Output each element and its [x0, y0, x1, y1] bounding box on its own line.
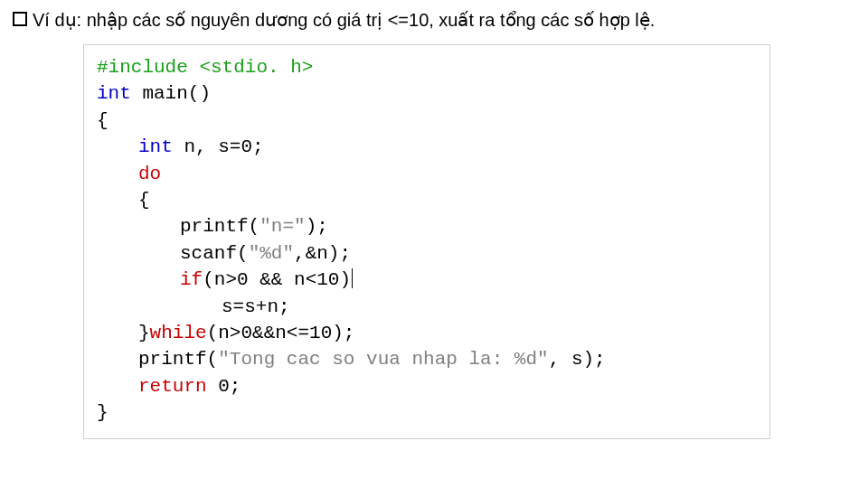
control-token: if: [180, 269, 203, 290]
code-text: printf(: [138, 349, 218, 370]
code-text: scanf(: [180, 243, 249, 264]
control-token: while: [150, 323, 207, 343]
code-line: {: [97, 187, 757, 213]
code-block: #include <stdio. h> int main() { int n, …: [83, 44, 770, 439]
code-text: , s);: [549, 349, 606, 370]
code-line: printf("Tong cac so vua nhap la: %d", s)…: [97, 346, 757, 372]
code-text: );: [306, 216, 328, 237]
control-token: do: [138, 164, 161, 184]
code-text: (n>0 && n<10): [203, 269, 351, 290]
code-line: int n, s=0;: [97, 134, 757, 160]
heading-text: Ví dụ: nhập các số nguyên dương có giá t…: [33, 9, 655, 32]
code-text: 0;: [207, 376, 241, 397]
text-cursor-icon: [352, 268, 353, 288]
control-token: return: [138, 376, 207, 397]
code-line: int main(): [97, 80, 757, 107]
slide-page: Ví dụ: nhập các số nguyên dương có giá t…: [0, 0, 868, 448]
code-text: n, s=0;: [173, 136, 264, 157]
keyword-token: int: [97, 83, 131, 104]
square-bullet-icon: [13, 12, 27, 26]
string-token: "n=": [259, 216, 305, 237]
code-text: ,&n);: [294, 243, 351, 264]
code-line: printf("n=");: [97, 213, 757, 239]
code-text: s=s+n;: [222, 296, 290, 317]
code-line: s=s+n;: [97, 294, 757, 320]
string-token: "Tong cac so vua nhap la: %d": [218, 349, 548, 370]
brace-token: }: [138, 323, 150, 343]
code-line: #include <stdio. h>: [97, 54, 757, 80]
brace-token: {: [138, 190, 150, 211]
preprocessor-token: #include <stdio. h>: [97, 57, 313, 78]
code-line: scanf("%d",&n);: [97, 240, 757, 267]
brace-token: }: [97, 402, 108, 423]
code-text: main(): [131, 83, 211, 104]
code-line: return 0;: [97, 373, 757, 399]
heading-row: Ví dụ: nhập các số nguyên dương có giá t…: [13, 9, 855, 32]
code-text: (n>0&&n<=10);: [207, 323, 355, 343]
code-text: printf(: [180, 216, 259, 237]
code-line: }: [97, 399, 757, 426]
code-line: do: [97, 161, 757, 187]
code-line: }while(n>0&&n<=10);: [97, 320, 757, 346]
brace-token: {: [97, 110, 108, 131]
string-token: "%d": [249, 243, 294, 264]
code-line: if(n>0 && n<10): [97, 267, 757, 293]
code-line: {: [97, 108, 757, 134]
keyword-token: int: [138, 136, 173, 157]
